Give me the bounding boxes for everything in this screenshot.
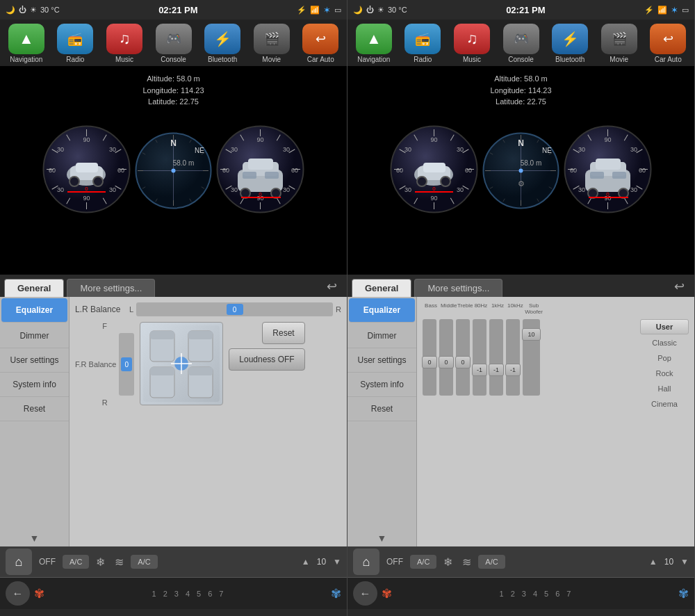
- nav-carauto-left[interactable]: ↩ Car Auto: [297, 24, 344, 63]
- scroll-down-left[interactable]: ▼: [0, 530, 69, 546]
- loudness-button-left[interactable]: Loudness OFF: [229, 348, 304, 371]
- eq-track-treble[interactable]: 0: [456, 319, 470, 396]
- tab-general-right[interactable]: General: [352, 279, 411, 297]
- sidebar-sysinfo-right[interactable]: System info: [348, 373, 416, 397]
- svg-rect-24: [76, 163, 98, 172]
- bluetooth-icon-right: ⚡: [552, 24, 588, 54]
- nav-navigation-right[interactable]: ▲ Navigation: [350, 24, 398, 63]
- eq-thumb-treble[interactable]: 0: [455, 356, 471, 368]
- sidebar-usersettings-left[interactable]: User settings: [0, 348, 69, 373]
- preset-hall[interactable]: Hall: [640, 382, 689, 396]
- eq-label-1khz: 1kHz: [491, 302, 505, 315]
- tab-more-right[interactable]: More settings...: [414, 279, 502, 297]
- fan-num-3[interactable]: 3: [174, 590, 179, 598]
- back-button-right[interactable]: ←: [353, 581, 377, 606]
- nav-bluetooth-right[interactable]: ⚡ Bluetooth: [546, 24, 594, 63]
- sidebar-dimmer-right[interactable]: Dimmer: [348, 324, 416, 348]
- preset-classic[interactable]: Classic: [640, 336, 689, 350]
- eq-track-subwoofer[interactable]: 10: [523, 319, 540, 396]
- vol-up-right[interactable]: ▲: [649, 558, 657, 566]
- nav-movie-right[interactable]: 🎬 Movie: [596, 24, 643, 63]
- nav-radio-left[interactable]: 📻 Radio: [52, 24, 99, 63]
- fan-num-r5[interactable]: 5: [544, 590, 548, 598]
- preset-user[interactable]: User: [640, 319, 689, 334]
- eq-track-10khz[interactable]: -1: [506, 319, 520, 396]
- sidebar-reset-right[interactable]: Reset: [348, 397, 416, 421]
- back-tab-left[interactable]: ↩: [321, 279, 343, 297]
- sidebar-equalizer-left[interactable]: Equalizer: [1, 298, 67, 323]
- fan-num-4[interactable]: 4: [186, 590, 190, 598]
- sidebar-dimmer-left[interactable]: Dimmer: [0, 324, 69, 348]
- svg-text:30: 30: [457, 186, 464, 193]
- back-button-left[interactable]: ←: [6, 581, 30, 606]
- tab-general-left[interactable]: General: [4, 279, 64, 297]
- nav-navigation-left[interactable]: ▲ Navigation: [3, 24, 50, 63]
- fan-num-6[interactable]: 6: [208, 590, 212, 598]
- settings-tabs-left: General More settings... ↩: [0, 275, 347, 297]
- right-gauge-right: 90 90 60 60 30 30 30 30 0: [561, 122, 655, 219]
- radio-icon-right: 📻: [404, 24, 441, 54]
- nav-movie-left[interactable]: 🎬 Movie: [248, 24, 295, 63]
- movie-icon-left: 🎬: [254, 24, 290, 54]
- lr-thumb[interactable]: 0: [227, 304, 243, 315]
- fan-num-r6[interactable]: 6: [555, 590, 559, 598]
- back-tab-right[interactable]: ↩: [669, 279, 690, 297]
- vol-down-left[interactable]: ▼: [333, 558, 341, 566]
- preset-cinema[interactable]: Cinema: [640, 397, 689, 411]
- fr-thumb[interactable]: 0: [121, 357, 132, 371]
- fan-num-1[interactable]: 1: [152, 590, 156, 598]
- eq-track-middle[interactable]: 0: [439, 319, 453, 396]
- nav-carauto-right[interactable]: ↩ Car Auto: [644, 24, 692, 63]
- vol-down-right[interactable]: ▼: [680, 558, 689, 566]
- nav-music-left[interactable]: ♫ Music: [101, 24, 148, 63]
- eq-thumb-bass[interactable]: 0: [422, 356, 437, 368]
- fan-numbers-left: 1 2 3 4 5 6 7: [49, 590, 327, 598]
- eq-track-1khz[interactable]: -1: [489, 319, 503, 396]
- ac-btn1-right[interactable]: A/C: [410, 555, 436, 569]
- nav-bluetooth-left[interactable]: ⚡ Bluetooth: [199, 24, 246, 63]
- scroll-down-right[interactable]: ▼: [348, 530, 416, 546]
- nav-radio-right[interactable]: 📻 Radio: [400, 24, 447, 63]
- eq-track-80hz[interactable]: -1: [473, 319, 486, 396]
- nav-label-bluetooth-left: Bluetooth: [208, 56, 237, 63]
- sidebar-sysinfo-left[interactable]: System info: [0, 373, 69, 397]
- wifi-icon-right: 📶: [657, 6, 667, 15]
- ac-btn2-right[interactable]: A/C: [478, 555, 505, 569]
- eq-thumb-80hz[interactable]: -1: [472, 364, 487, 376]
- sidebar-reset-left[interactable]: Reset: [0, 397, 69, 421]
- eq-thumb-10khz[interactable]: -1: [505, 364, 521, 376]
- vol-up-left[interactable]: ▲: [302, 558, 310, 566]
- eq-thumb-1khz[interactable]: -1: [489, 364, 504, 376]
- tab-more-left[interactable]: More settings...: [67, 279, 155, 297]
- home-button-left[interactable]: ⌂: [6, 549, 32, 575]
- eq-track-bass[interactable]: 0: [423, 319, 436, 396]
- fan-num-5[interactable]: 5: [197, 590, 201, 598]
- fan-num-r4[interactable]: 4: [533, 590, 537, 598]
- sidebar-equalizer-right[interactable]: Equalizer: [349, 298, 415, 323]
- ac-btn2-left[interactable]: A/C: [131, 555, 157, 569]
- fr-vertical-track[interactable]: 0: [119, 333, 134, 396]
- preset-rock[interactable]: Rock: [640, 366, 689, 380]
- reset-button-left[interactable]: Reset: [262, 322, 304, 344]
- nav-music-right[interactable]: ♫ Music: [448, 24, 496, 63]
- eq-thumb-subwoofer[interactable]: 10: [522, 328, 541, 341]
- lr-track[interactable]: 0: [136, 302, 333, 316]
- fan-num-r3[interactable]: 3: [522, 590, 526, 598]
- fan-num-2[interactable]: 2: [163, 590, 167, 598]
- home-button-right[interactable]: ⌂: [353, 549, 379, 575]
- nav-console-left[interactable]: 🎮 Console: [150, 24, 197, 63]
- eq-thumb-middle[interactable]: 0: [439, 356, 454, 368]
- eq-label-treble: Treble: [457, 302, 471, 315]
- sidebar-usersettings-right[interactable]: User settings: [348, 348, 416, 373]
- eq-channel-bass: 0: [423, 319, 436, 541]
- fan-num-r2[interactable]: 2: [511, 590, 515, 598]
- fan-num-7[interactable]: 7: [219, 590, 223, 598]
- fan-num-r1[interactable]: 1: [500, 590, 504, 598]
- preset-pop[interactable]: Pop: [640, 351, 689, 365]
- ac-btn1-left[interactable]: A/C: [63, 555, 89, 569]
- main-content-left: L.R Balance L 0 R F: [70, 297, 347, 546]
- nav-console-right[interactable]: 🎮 Console: [498, 24, 545, 63]
- fan-num-r7[interactable]: 7: [566, 590, 571, 598]
- sidebar-right: Equalizer Dimmer User settings System in…: [348, 297, 417, 546]
- svg-text:58.0 m: 58.0 m: [173, 159, 195, 167]
